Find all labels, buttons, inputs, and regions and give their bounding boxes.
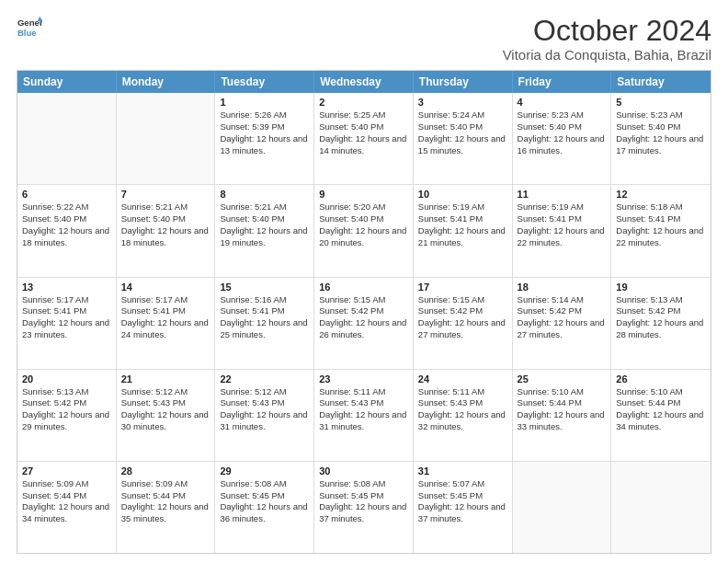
sunrise-text: Sunrise: 5:12 AM bbox=[121, 386, 210, 398]
day-number: 9 bbox=[319, 189, 408, 200]
daylight-text: Daylight: 12 hours and 18 minutes. bbox=[22, 225, 111, 249]
sunrise-text: Sunrise: 5:19 AM bbox=[518, 201, 607, 213]
daylight-text: Daylight: 12 hours and 13 minutes. bbox=[220, 133, 309, 157]
day-number: 4 bbox=[518, 97, 607, 108]
sunset-text: Sunset: 5:44 PM bbox=[121, 490, 210, 502]
sunrise-text: Sunrise: 5:19 AM bbox=[418, 201, 507, 213]
cal-cell: 3Sunrise: 5:24 AMSunset: 5:40 PMDaylight… bbox=[414, 93, 513, 184]
subtitle: Vitoria da Conquista, Bahia, Brazil bbox=[503, 47, 711, 63]
header-day-saturday: Saturday bbox=[611, 71, 711, 93]
cal-cell: 7Sunrise: 5:21 AMSunset: 5:40 PMDaylight… bbox=[117, 185, 216, 276]
daylight-text: Daylight: 12 hours and 31 minutes. bbox=[319, 409, 408, 433]
sunset-text: Sunset: 5:43 PM bbox=[418, 397, 507, 409]
daylight-text: Daylight: 12 hours and 23 minutes. bbox=[22, 317, 111, 341]
sunrise-text: Sunrise: 5:17 AM bbox=[121, 294, 210, 306]
day-number: 18 bbox=[518, 282, 607, 293]
daylight-text: Daylight: 12 hours and 28 minutes. bbox=[616, 317, 706, 341]
cal-cell: 17Sunrise: 5:15 AMSunset: 5:42 PMDayligh… bbox=[414, 278, 513, 369]
page: General Blue October 2024 Vitoria da Con… bbox=[0, 0, 728, 563]
sunrise-text: Sunrise: 5:16 AM bbox=[220, 294, 309, 306]
cal-cell: 16Sunrise: 5:15 AMSunset: 5:42 PMDayligh… bbox=[314, 278, 414, 369]
header-day-tuesday: Tuesday bbox=[215, 71, 314, 93]
sunset-text: Sunset: 5:41 PM bbox=[518, 213, 607, 225]
header-day-wednesday: Wednesday bbox=[314, 71, 414, 93]
daylight-text: Daylight: 12 hours and 30 minutes. bbox=[121, 409, 210, 433]
sunset-text: Sunset: 5:43 PM bbox=[121, 397, 210, 409]
daylight-text: Daylight: 12 hours and 34 minutes. bbox=[616, 409, 706, 433]
cal-cell bbox=[513, 462, 612, 553]
sunset-text: Sunset: 5:42 PM bbox=[22, 397, 111, 409]
cal-cell bbox=[17, 93, 117, 184]
sunrise-text: Sunrise: 5:15 AM bbox=[319, 294, 408, 306]
cal-cell: 30Sunrise: 5:08 AMSunset: 5:45 PMDayligh… bbox=[314, 462, 414, 553]
sunset-text: Sunset: 5:40 PM bbox=[220, 213, 309, 225]
daylight-text: Daylight: 12 hours and 37 minutes. bbox=[418, 501, 507, 525]
month-title: October 2024 bbox=[503, 15, 711, 47]
sunrise-text: Sunrise: 5:08 AM bbox=[319, 478, 408, 490]
sunset-text: Sunset: 5:45 PM bbox=[220, 490, 309, 502]
day-number: 29 bbox=[220, 465, 309, 477]
cal-cell bbox=[611, 462, 711, 553]
daylight-text: Daylight: 12 hours and 37 minutes. bbox=[319, 501, 408, 525]
day-number: 24 bbox=[418, 373, 507, 385]
day-number: 15 bbox=[220, 282, 309, 293]
sunset-text: Sunset: 5:44 PM bbox=[518, 397, 607, 409]
cal-cell: 23Sunrise: 5:11 AMSunset: 5:43 PMDayligh… bbox=[314, 370, 414, 461]
sunrise-text: Sunrise: 5:21 AM bbox=[220, 201, 309, 213]
daylight-text: Daylight: 12 hours and 34 minutes. bbox=[22, 501, 111, 525]
day-number: 10 bbox=[418, 189, 507, 200]
cal-cell: 21Sunrise: 5:12 AMSunset: 5:43 PMDayligh… bbox=[117, 370, 216, 461]
sunset-text: Sunset: 5:44 PM bbox=[616, 397, 706, 409]
day-number: 17 bbox=[418, 282, 507, 293]
daylight-text: Daylight: 12 hours and 25 minutes. bbox=[220, 317, 309, 341]
cal-cell: 11Sunrise: 5:19 AMSunset: 5:41 PMDayligh… bbox=[513, 185, 612, 276]
sunrise-text: Sunrise: 5:22 AM bbox=[22, 201, 111, 213]
sunrise-text: Sunrise: 5:10 AM bbox=[616, 386, 706, 398]
sunrise-text: Sunrise: 5:25 AM bbox=[319, 109, 408, 121]
daylight-text: Daylight: 12 hours and 15 minutes. bbox=[418, 133, 507, 157]
sunrise-text: Sunrise: 5:09 AM bbox=[22, 478, 111, 490]
cal-cell: 18Sunrise: 5:14 AMSunset: 5:42 PMDayligh… bbox=[513, 278, 612, 369]
day-number: 30 bbox=[319, 465, 408, 477]
sunrise-text: Sunrise: 5:24 AM bbox=[418, 109, 507, 121]
cal-cell: 10Sunrise: 5:19 AMSunset: 5:41 PMDayligh… bbox=[414, 185, 513, 276]
sunrise-text: Sunrise: 5:11 AM bbox=[319, 386, 408, 398]
daylight-text: Daylight: 12 hours and 32 minutes. bbox=[418, 409, 507, 433]
daylight-text: Daylight: 12 hours and 16 minutes. bbox=[518, 133, 607, 157]
daylight-text: Daylight: 12 hours and 26 minutes. bbox=[319, 317, 408, 341]
cal-cell: 1Sunrise: 5:26 AMSunset: 5:39 PMDaylight… bbox=[215, 93, 314, 184]
day-number: 19 bbox=[616, 282, 706, 293]
sunset-text: Sunset: 5:41 PM bbox=[418, 213, 507, 225]
daylight-text: Daylight: 12 hours and 22 minutes. bbox=[616, 225, 706, 249]
sunrise-text: Sunrise: 5:13 AM bbox=[22, 386, 111, 398]
day-number: 20 bbox=[22, 373, 111, 385]
cal-cell: 28Sunrise: 5:09 AMSunset: 5:44 PMDayligh… bbox=[117, 462, 216, 553]
sunset-text: Sunset: 5:39 PM bbox=[220, 121, 309, 133]
sunrise-text: Sunrise: 5:08 AM bbox=[220, 478, 309, 490]
cal-cell: 26Sunrise: 5:10 AMSunset: 5:44 PMDayligh… bbox=[611, 370, 711, 461]
daylight-text: Daylight: 12 hours and 17 minutes. bbox=[616, 133, 706, 157]
sunset-text: Sunset: 5:40 PM bbox=[418, 121, 507, 133]
day-number: 31 bbox=[418, 465, 507, 477]
cal-cell: 8Sunrise: 5:21 AMSunset: 5:40 PMDaylight… bbox=[215, 185, 314, 276]
sunset-text: Sunset: 5:45 PM bbox=[418, 490, 507, 502]
day-number: 23 bbox=[319, 373, 408, 385]
daylight-text: Daylight: 12 hours and 20 minutes. bbox=[319, 225, 408, 249]
sunrise-text: Sunrise: 5:14 AM bbox=[518, 294, 607, 306]
week-row-4: 20Sunrise: 5:13 AMSunset: 5:42 PMDayligh… bbox=[17, 369, 711, 461]
sunset-text: Sunset: 5:41 PM bbox=[220, 305, 309, 317]
calendar-header: SundayMondayTuesdayWednesdayThursdayFrid… bbox=[17, 71, 711, 93]
sunset-text: Sunset: 5:40 PM bbox=[121, 213, 210, 225]
daylight-text: Daylight: 12 hours and 19 minutes. bbox=[220, 225, 309, 249]
daylight-text: Daylight: 12 hours and 14 minutes. bbox=[319, 133, 408, 157]
sunrise-text: Sunrise: 5:23 AM bbox=[616, 109, 706, 121]
daylight-text: Daylight: 12 hours and 33 minutes. bbox=[518, 409, 607, 433]
sunrise-text: Sunrise: 5:15 AM bbox=[418, 294, 507, 306]
cal-cell: 4Sunrise: 5:23 AMSunset: 5:40 PMDaylight… bbox=[513, 93, 612, 184]
sunset-text: Sunset: 5:41 PM bbox=[22, 305, 111, 317]
week-row-5: 27Sunrise: 5:09 AMSunset: 5:44 PMDayligh… bbox=[17, 461, 711, 553]
sunrise-text: Sunrise: 5:26 AM bbox=[220, 109, 309, 121]
day-number: 14 bbox=[121, 282, 210, 293]
day-number: 7 bbox=[121, 189, 210, 200]
cal-cell: 27Sunrise: 5:09 AMSunset: 5:44 PMDayligh… bbox=[17, 462, 117, 553]
